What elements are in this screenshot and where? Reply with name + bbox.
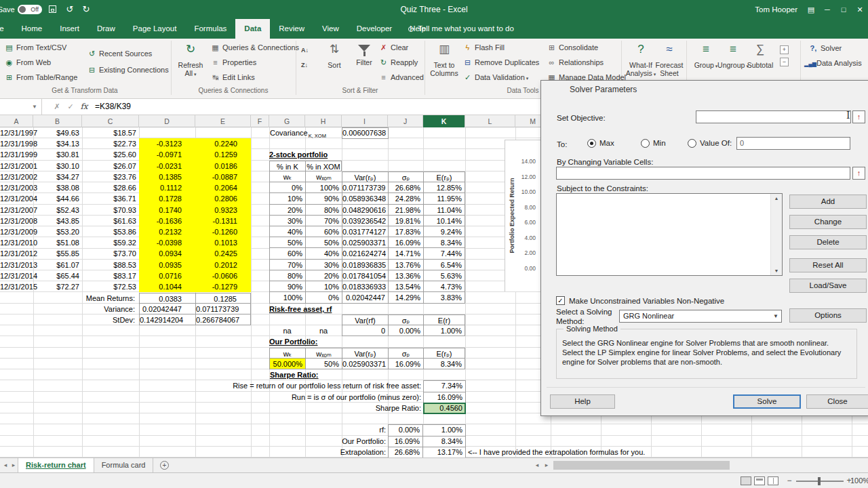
ribbon-tab[interactable]: View <box>313 19 348 39</box>
column-header[interactable]: I <box>342 115 388 127</box>
column-header[interactable]: G <box>269 115 305 127</box>
data-validation-button[interactable]: ✓Data Validation▾ <box>462 70 528 85</box>
cell-xom-return[interactable]: 0.2240 <box>195 138 251 149</box>
cell-xom-return[interactable] <box>195 127 251 138</box>
cell-er[interactable]: 10.14% <box>423 216 465 226</box>
formula-input[interactable]: =K38/K39 <box>95 99 131 115</box>
wk-header[interactable]: wₖ <box>269 171 305 182</box>
cell-xom-return[interactable]: 0.1259 <box>195 149 251 160</box>
subtotal-button[interactable]: ∑Subtotal <box>745 40 776 69</box>
cell-xom-price[interactable]: $36.71 <box>82 193 139 204</box>
ribbon-tab[interactable]: File <box>0 19 13 39</box>
cell-er[interactable]: 7.44% <box>423 248 465 259</box>
cell-wk[interactable]: 0% <box>269 182 305 193</box>
sort-ascending-button[interactable]: A↓ <box>301 43 309 57</box>
sharpe-ratio-label[interactable]: Sharpe Ratio: <box>95 403 421 413</box>
scroll-down-icon[interactable]: ▼ <box>771 268 782 273</box>
relationships-button[interactable]: ∞Relationships <box>547 56 604 70</box>
cell-na[interactable]: na <box>305 325 342 336</box>
changing-cells-input[interactable] <box>556 167 850 180</box>
ribbon-tab[interactable]: Formulas <box>185 19 235 39</box>
autosave-toggle[interactable]: Off <box>18 5 42 14</box>
cell-var-k[interactable]: 0.02042447 <box>139 304 195 314</box>
cell-sharpe-ratio-selected[interactable]: 0.4560 <box>423 403 466 414</box>
cell-sigma[interactable]: 13.76% <box>388 260 423 270</box>
change-button[interactable]: Change <box>789 215 867 229</box>
cell-wxom[interactable]: 100% <box>305 182 342 193</box>
page-layout-view-button[interactable] <box>754 476 765 485</box>
cell-k-return[interactable]: -0.0971 <box>139 149 195 160</box>
cell-k-return[interactable] <box>139 127 195 138</box>
ribbon-tab[interactable]: Home <box>13 19 52 39</box>
cell-k-price[interactable]: $34.13 <box>33 138 82 149</box>
cell-var[interactable]: 0.058936348 <box>342 193 388 204</box>
portfolio-title[interactable]: 2-stock portfolio <box>269 149 465 160</box>
refresh-all-button[interactable]: ↻RefreshAll▾ <box>175 40 206 79</box>
cell-k-return[interactable]: 0.1112 <box>139 182 195 193</box>
properties-button[interactable]: ≡Properties <box>210 56 256 70</box>
cell-var[interactable]: 0.071173739 <box>342 182 388 193</box>
cell-wk[interactable]: 100% <box>269 292 305 303</box>
cell-sigma[interactable]: 21.98% <box>388 205 423 216</box>
rf-er-header[interactable]: E(r) <box>423 314 465 325</box>
cell-k-price[interactable]: $38.08 <box>33 182 82 193</box>
cell-our-er-extrap[interactable]: 8.34% <box>423 436 466 447</box>
cell-var-xom[interactable]: 0.071173739 <box>195 304 251 314</box>
cell-date[interactable]: 12/31/2004 <box>0 193 33 204</box>
options-button[interactable]: Options <box>789 308 867 323</box>
minimize-icon[interactable]: ─ <box>819 0 835 19</box>
cell-xom-price[interactable]: $53.86 <box>82 226 139 237</box>
solver-button[interactable]: ?,Solver <box>808 41 842 56</box>
next-sheet-icon[interactable]: ▸ <box>9 458 18 472</box>
cell-k-return[interactable]: 0.1728 <box>139 193 195 204</box>
cell-k-return[interactable]: -0.0231 <box>139 161 195 171</box>
cell-our-sigma[interactable]: 16.09% <box>388 359 423 369</box>
cell-sigma[interactable]: 26.68% <box>388 182 423 193</box>
cell-extrap-er[interactable]: 13.17% <box>423 447 466 458</box>
cell-date[interactable]: 12/31/2012 <box>0 248 33 259</box>
cell-stdev-k[interactable]: 0.142914204 <box>139 314 195 325</box>
cell-stdev-xom[interactable]: 0.266784067 <box>195 314 251 325</box>
ribbon-tab[interactable]: Review <box>270 19 313 39</box>
undo-icon[interactable]: ↺ <box>62 0 77 19</box>
cell-date[interactable]: 12/31/2008 <box>0 216 33 226</box>
wxom-header[interactable]: wₓₒₘ <box>305 171 342 182</box>
cell-sigma[interactable]: 17.83% <box>388 226 423 237</box>
cell-k-price[interactable]: $51.08 <box>33 237 82 248</box>
cell-wxom[interactable]: 60% <box>305 226 342 237</box>
cell-wk[interactable]: 90% <box>269 281 305 292</box>
sort-button[interactable]: ⇅Sort <box>319 40 350 69</box>
edit-links-button[interactable]: ↹Edit Links <box>210 70 255 85</box>
ribbon-tab[interactable]: Data <box>235 19 270 39</box>
cell-rf-er[interactable]: 1.00% <box>423 325 465 336</box>
mean-returns-label[interactable]: Mean Returns: <box>0 293 139 304</box>
sharpe-title[interactable]: Sharpe Ratio: <box>270 369 319 380</box>
consolidate-button[interactable]: ⊞Consolidate <box>547 41 598 55</box>
cell-our-var[interactable]: 0.025903371 <box>342 359 388 369</box>
covariance-label[interactable]: CovarianceK, XOM <box>270 127 326 142</box>
cell-xom-return[interactable]: -0.1311 <box>195 216 251 226</box>
cell-sigma[interactable]: 24.28% <box>388 193 423 204</box>
cell-k-price[interactable]: $53.20 <box>33 226 82 237</box>
cell-var[interactable]: 0.018936835 <box>342 260 388 270</box>
cell-date[interactable]: 12/31/2002 <box>0 171 33 182</box>
cell-date[interactable]: 12/31/1998 <box>0 138 33 149</box>
cell-our-sigma-extrap[interactable]: 16.09% <box>388 436 423 447</box>
cell-var[interactable]: 0.021624274 <box>342 248 388 259</box>
rf-row-label[interactable]: rf: <box>231 424 386 435</box>
cell-wxom[interactable]: 50% <box>305 237 342 248</box>
cell-k-return[interactable]: 0.1044 <box>139 281 195 292</box>
cancel-icon[interactable]: ✗ <box>50 99 64 115</box>
column-header[interactable]: J <box>388 115 423 127</box>
cell-date[interactable]: 12/31/2007 <box>0 205 33 216</box>
advanced-button[interactable]: ≡Advanced <box>378 70 424 85</box>
data-analysis-button[interactable]: ▂▄▆Data Analysis <box>804 56 862 70</box>
cell-k-price[interactable]: $43.85 <box>33 216 82 226</box>
show-detail-icon[interactable]: + <box>780 45 789 54</box>
cell-k-price[interactable]: $55.85 <box>33 248 82 259</box>
filter-button[interactable]: Filter <box>349 40 380 66</box>
cell-date[interactable]: 12/31/1999 <box>0 149 33 160</box>
cell-wxom[interactable]: 90% <box>305 193 342 204</box>
sheet-tab-formula-card[interactable]: Formula card <box>94 458 154 472</box>
cell-k-price[interactable]: $49.63 <box>33 127 82 138</box>
